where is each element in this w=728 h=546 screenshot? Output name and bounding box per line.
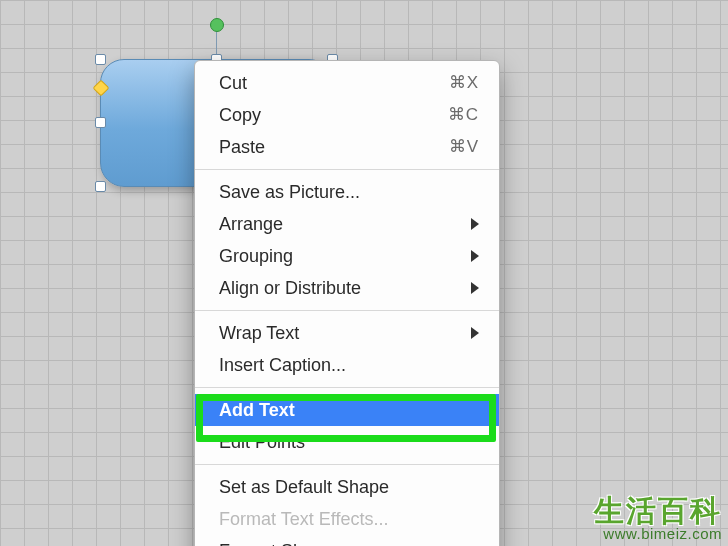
resize-handle-middle-left[interactable] [95, 117, 106, 128]
menu-item-arrange[interactable]: Arrange [195, 208, 499, 240]
menu-label: Insert Caption... [219, 352, 346, 378]
menu-shortcut: ⌘X [449, 70, 479, 96]
watermark: 生活百科 www.bimeiz.com [594, 495, 722, 542]
menu-label: Cut [219, 70, 247, 96]
submenu-arrow-icon [471, 250, 479, 262]
menu-item-save-as-picture[interactable]: Save as Picture... [195, 176, 499, 208]
submenu-arrow-icon [471, 327, 479, 339]
menu-separator [195, 310, 499, 311]
menu-item-set-default-shape[interactable]: Set as Default Shape [195, 471, 499, 503]
corner-radius-adjust-handle[interactable] [93, 80, 110, 97]
menu-label: Copy [219, 102, 261, 128]
menu-label: Edit Points [219, 429, 305, 455]
menu-item-insert-caption[interactable]: Insert Caption... [195, 349, 499, 381]
submenu-arrow-icon [471, 218, 479, 230]
rotation-stem [216, 32, 217, 55]
menu-item-edit-points[interactable]: Edit Points [195, 426, 499, 458]
menu-item-cut[interactable]: Cut ⌘X [195, 67, 499, 99]
rotation-handle[interactable] [210, 18, 224, 32]
menu-shortcut: ⌘V [449, 134, 479, 160]
menu-shortcut: ⌘C [448, 102, 479, 128]
watermark-title: 生活百科 [594, 495, 722, 527]
menu-separator [195, 387, 499, 388]
menu-label: Format Shape... [219, 538, 348, 546]
drawing-canvas[interactable]: Cut ⌘X Copy ⌘C Paste ⌘V Save as Picture.… [0, 0, 728, 546]
menu-label: Align or Distribute [219, 275, 361, 301]
menu-label: Grouping [219, 243, 293, 269]
menu-separator [195, 464, 499, 465]
menu-item-align-or-distribute[interactable]: Align or Distribute [195, 272, 499, 304]
menu-label: Set as Default Shape [219, 474, 389, 500]
menu-label: Paste [219, 134, 265, 160]
menu-separator [195, 169, 499, 170]
context-menu: Cut ⌘X Copy ⌘C Paste ⌘V Save as Picture.… [194, 60, 500, 546]
menu-item-wrap-text[interactable]: Wrap Text [195, 317, 499, 349]
menu-label: Wrap Text [219, 320, 299, 346]
menu-label: Save as Picture... [219, 179, 360, 205]
submenu-arrow-icon [471, 282, 479, 294]
menu-label: Format Text Effects... [219, 506, 388, 532]
menu-item-add-text[interactable]: Add Text [195, 394, 499, 426]
menu-item-copy[interactable]: Copy ⌘C [195, 99, 499, 131]
resize-handle-bottom-left[interactable] [95, 181, 106, 192]
menu-item-paste[interactable]: Paste ⌘V [195, 131, 499, 163]
menu-label: Add Text [219, 397, 295, 423]
menu-item-grouping[interactable]: Grouping [195, 240, 499, 272]
resize-handle-top-left[interactable] [95, 54, 106, 65]
watermark-url: www.bimeiz.com [594, 526, 722, 542]
menu-item-format-text-effects: Format Text Effects... [195, 503, 499, 535]
menu-item-format-shape[interactable]: Format Shape... [195, 535, 499, 546]
menu-label: Arrange [219, 211, 283, 237]
